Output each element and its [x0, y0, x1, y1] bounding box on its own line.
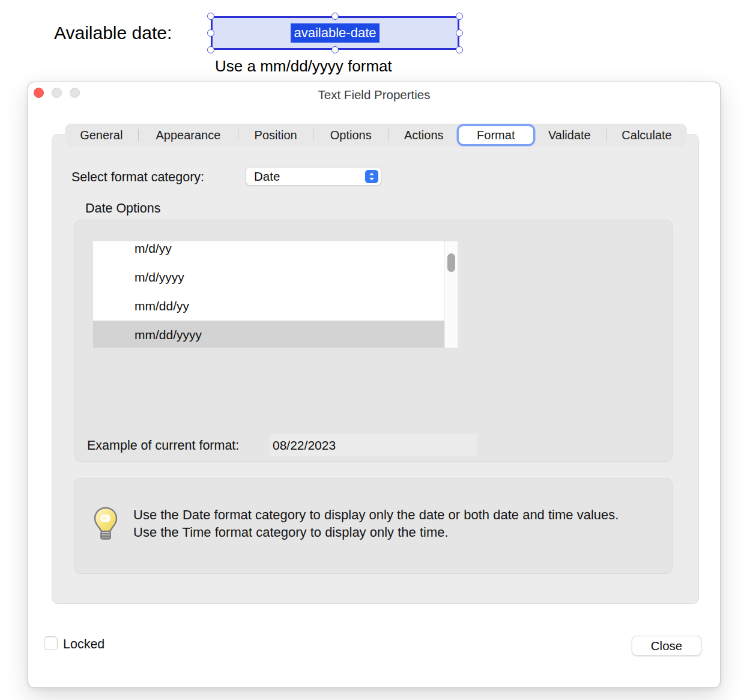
tab-position[interactable]: Position: [238, 124, 313, 146]
dialog-title: Text Field Properties: [28, 88, 720, 102]
form-field-label: Available date:: [54, 23, 172, 43]
text-field-properties-dialog: Text Field Properties General Appearance…: [28, 82, 721, 688]
lightbulb-icon: [92, 507, 119, 542]
date-format-list[interactable]: m/d/yy m/d/yyyy mm/dd/yy mm/dd/yyyy: [93, 241, 458, 348]
list-item-selected[interactable]: mm/dd/yyyy: [93, 321, 444, 348]
tab-validate[interactable]: Validate: [533, 124, 606, 146]
popup-chevrons-icon: [365, 170, 378, 183]
list-item[interactable]: m/d/yyyy: [93, 263, 444, 292]
tab-format[interactable]: Format: [459, 126, 533, 144]
selection-handle-right-mid[interactable]: [456, 29, 463, 37]
tab-actions[interactable]: Actions: [389, 124, 459, 146]
format-category-select[interactable]: Date: [246, 167, 381, 186]
tip-box: Use the Date format category to display …: [74, 478, 673, 574]
tab-options[interactable]: Options: [313, 124, 389, 146]
example-format-value: 08/22/2023: [273, 438, 336, 453]
form-field-name-tag: available-date: [291, 23, 380, 43]
locked-checkbox[interactable]: [44, 636, 58, 650]
tab-appearance[interactable]: Appearance: [139, 124, 238, 146]
list-scrollbar-track[interactable]: [444, 241, 458, 348]
tab-general[interactable]: General: [65, 124, 138, 146]
example-format-value-box: 08/22/2023: [270, 434, 477, 456]
locked-checkbox-label: Locked: [63, 637, 104, 652]
selection-handle-top-left[interactable]: [207, 13, 214, 20]
selection-handle-top-mid[interactable]: [331, 13, 339, 20]
form-field-hint: Use a mm/dd/yyyy format: [215, 57, 392, 76]
selection-handle-bottom-mid[interactable]: [331, 46, 339, 53]
selection-handle-bottom-right[interactable]: [456, 46, 463, 53]
tab-calculate[interactable]: Calculate: [606, 124, 687, 146]
format-category-value: Date: [254, 169, 365, 184]
selected-form-field[interactable]: available-date: [211, 16, 459, 50]
list-scrollbar-thumb[interactable]: [447, 253, 455, 272]
list-item[interactable]: m/d/yy: [93, 241, 444, 263]
selection-handle-bottom-left[interactable]: [207, 46, 214, 53]
list-item[interactable]: mm/dd/yy: [93, 292, 444, 321]
selection-handle-top-right[interactable]: [456, 13, 463, 20]
tab-bar: General Appearance Position Options Acti…: [65, 124, 687, 146]
example-format-label: Example of current format:: [87, 438, 239, 453]
selection-handle-left-mid[interactable]: [207, 29, 214, 37]
format-category-label: Select format category:: [71, 170, 204, 185]
tip-text: Use the Date format category to display …: [133, 507, 626, 541]
date-options-group-label: Date Options: [85, 201, 160, 216]
dialog-titlebar[interactable]: Text Field Properties: [28, 82, 720, 106]
close-button[interactable]: Close: [632, 636, 701, 656]
date-options-group: m/d/yy m/d/yyyy mm/dd/yy mm/dd/yyyy Exam…: [74, 220, 673, 462]
